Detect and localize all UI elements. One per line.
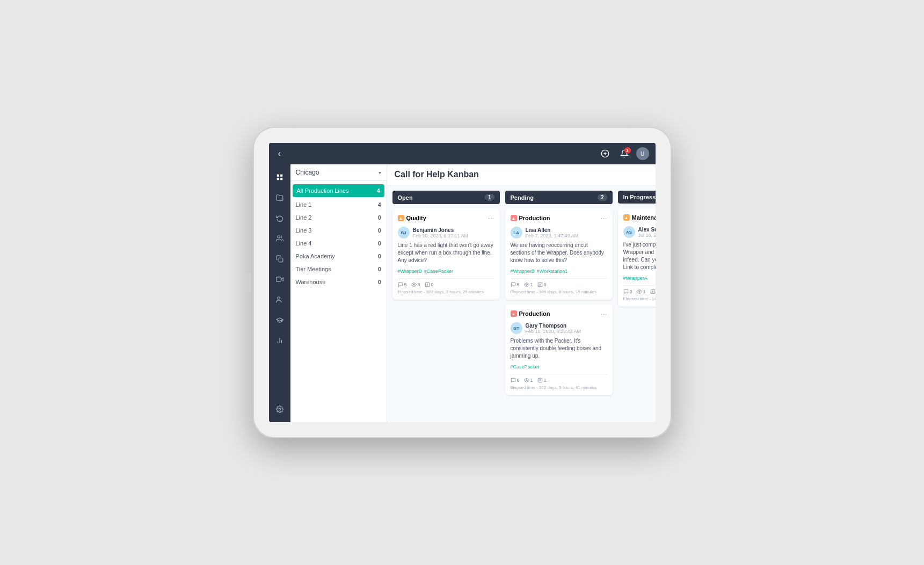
card-tag: #CasePacker <box>511 364 540 370</box>
back-button[interactable]: ‹ <box>269 143 290 164</box>
folder-icon[interactable] <box>271 189 288 206</box>
author-info: Alex Sullivan Jul 16, 2020, 7:33:33 PM <box>638 227 656 238</box>
settings-icon[interactable] <box>271 401 288 418</box>
card-tags: #WrapperA <box>623 276 656 281</box>
top-nav-left: ‹ <box>269 143 290 164</box>
tablet-frame: ‹ 2 U <box>253 127 672 438</box>
author-avatar: LA <box>511 227 522 238</box>
main-content: Call for Help Kanban Open1 ▲ Quality ···… <box>387 164 656 422</box>
kanban-column-open: Open1 ▲ Quality ··· BJ Benjamin Jones Fe… <box>392 191 500 300</box>
line-badge: 4 <box>378 202 381 208</box>
line-label: Tier Meetings <box>296 266 331 272</box>
card-footer: 6 1 1 <box>511 374 607 383</box>
kanban-card[interactable]: ▲ Production ··· GT Gary Thompson Feb 10… <box>505 304 613 395</box>
comments-stat: 6 <box>511 378 520 383</box>
kanban-card[interactable]: ▲ Production ··· LA Lisa Allen Feb 7, 20… <box>505 208 613 300</box>
kanban-card[interactable]: ▲ Quality ··· BJ Benjamin Jones Feb 10, … <box>392 208 500 300</box>
svg-rect-3 <box>280 178 282 180</box>
author-info: Benjamin Jones Feb 10, 2020, 6:37:11 AM <box>413 227 469 238</box>
line-label: Poka Academy <box>296 253 335 259</box>
puzzle-icon-button[interactable] <box>598 146 613 161</box>
sidebar-icons <box>269 164 290 422</box>
recycle-icon[interactable] <box>271 209 288 227</box>
svg-point-4 <box>277 236 280 238</box>
author-name: Alex Sullivan <box>638 227 656 233</box>
comments-icon <box>511 282 516 287</box>
card-menu-icon[interactable]: ··· <box>601 309 607 318</box>
card-type-label: Production <box>519 215 550 221</box>
card-menu-icon[interactable]: ··· <box>488 214 494 222</box>
line-item[interactable]: Line 30 <box>290 224 387 237</box>
views-stat: 1 <box>637 289 646 294</box>
card-type-header: ▲ Production ··· <box>511 214 607 222</box>
location-selector[interactable]: Chicago ▾ <box>290 164 387 181</box>
video-icon[interactable] <box>271 271 288 288</box>
card-footer: 5 1 0 <box>511 278 607 287</box>
views-icon <box>637 289 642 294</box>
attachments-stat: 0 <box>650 289 656 294</box>
column-title: Pending <box>511 194 534 201</box>
card-body-text: I've just completed the CIL on the Wrapp… <box>623 241 656 271</box>
location-name: Chicago <box>296 169 319 176</box>
comments-stat: 0 <box>623 289 632 294</box>
kanban-card[interactable]: ▲ Maintenance ··· AS Alex Sullivan Jul 1… <box>618 208 656 307</box>
author-date: Feb 7, 2020, 1:47:49 AM <box>526 233 579 238</box>
svg-rect-2 <box>277 178 279 180</box>
author-avatar: GT <box>511 322 522 334</box>
line-item[interactable]: Tier Meetings0 <box>290 263 387 276</box>
views-count: 1 <box>643 289 646 294</box>
svg-point-8 <box>277 297 280 300</box>
column-count: 2 <box>598 194 607 201</box>
svg-point-13 <box>413 284 414 286</box>
home-button[interactable] <box>245 273 251 292</box>
author-info: Gary Thompson Feb 10, 2020, 6:25:43 AM <box>526 323 581 334</box>
line-item[interactable]: Line 40 <box>290 237 387 250</box>
column-header: Pending2 <box>505 191 613 204</box>
attachments-count: 0 <box>544 282 547 287</box>
user-avatar[interactable]: U <box>636 147 649 160</box>
svg-rect-0 <box>277 175 279 177</box>
kanban-column-in-progress: In Progress ▲ Maintenance ··· AS Alex Su… <box>618 191 656 307</box>
line-item[interactable]: Line 20 <box>290 211 387 224</box>
dashboard-icon[interactable] <box>271 169 288 186</box>
form-icon[interactable] <box>271 250 288 267</box>
elapsed-time: Elapsed time - 302 days, 3 hours, 41 min… <box>511 385 607 390</box>
app-body: Chicago ▾ All Production Lines4Line 14Li… <box>269 164 656 422</box>
worker-icon[interactable] <box>271 230 288 247</box>
comments-icon <box>398 282 403 287</box>
comments-count: 6 <box>517 378 520 383</box>
bell-icon-button[interactable]: 2 <box>617 146 632 161</box>
attachments-stat: 0 <box>537 282 547 287</box>
team-icon[interactable] <box>271 291 288 308</box>
elapsed-time: Elapsed time - 305 days, 8 hours, 18 min… <box>511 289 607 294</box>
chart-icon[interactable] <box>271 332 288 349</box>
card-body-text: Line 1 has a red light that won't go awa… <box>398 242 494 264</box>
line-item[interactable]: All Production Lines4 <box>293 184 384 197</box>
card-tag: #Workstation1 <box>537 269 568 274</box>
comments-icon <box>623 289 629 294</box>
views-icon <box>524 282 529 287</box>
card-type-label: Maintenance <box>632 214 656 221</box>
line-label: All Production Lines <box>297 187 349 194</box>
training-icon[interactable] <box>271 312 288 329</box>
line-label: Line 1 <box>296 201 312 208</box>
attachments-stat: 1 <box>537 378 547 383</box>
card-author: AS Alex Sullivan Jul 16, 2020, 7:33:33 P… <box>623 226 656 238</box>
card-menu-icon[interactable]: ··· <box>601 214 607 222</box>
views-count: 1 <box>530 378 533 383</box>
kanban-column-pending: Pending2 ▲ Production ··· LA Lisa Allen … <box>505 191 613 395</box>
views-stat: 1 <box>524 282 533 287</box>
card-tags: #WrapperB#CasePacker <box>398 269 494 274</box>
column-title: In Progress <box>623 194 656 200</box>
line-item[interactable]: Line 14 <box>290 198 387 211</box>
column-count: 1 <box>485 194 494 201</box>
comments-stat: 5 <box>511 282 520 287</box>
card-footer: 5 3 0 <box>398 278 494 287</box>
line-item[interactable]: Poka Academy0 <box>290 250 387 263</box>
attachments-stat: 0 <box>425 282 434 287</box>
bell-badge: 2 <box>624 147 631 154</box>
type-dot-icon: ▲ <box>511 310 517 317</box>
svg-rect-7 <box>276 277 281 281</box>
svg-point-12 <box>279 408 281 410</box>
line-item[interactable]: Warehouse0 <box>290 276 387 288</box>
